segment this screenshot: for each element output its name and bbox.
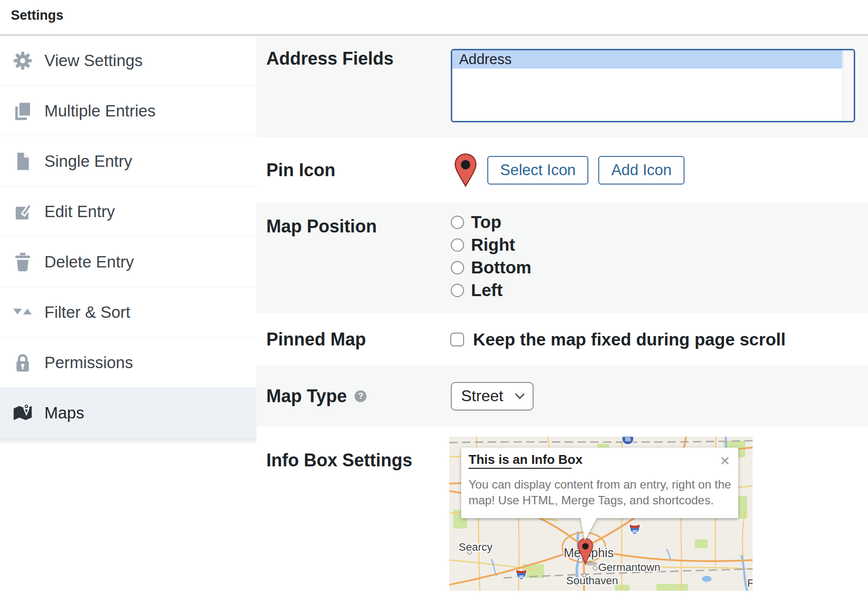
page-icon [13, 151, 33, 171]
radio-option-right[interactable]: Right [451, 233, 531, 256]
radio-option-left[interactable]: Left [451, 279, 531, 302]
map-position-label: Map Position [266, 216, 377, 237]
map-position-radio-group: Top Right Bottom Left [451, 211, 531, 302]
map-position-row: Map Position Top Right Bottom Left [256, 203, 868, 313]
stacked-pages-icon [13, 101, 33, 121]
svg-text:40: 40 [632, 529, 638, 534]
settings-content: Address Fields Address Pin Icon Select I… [256, 36, 868, 605]
listbox-option-label: Address [459, 51, 511, 68]
sidebar-bottom-shadow [0, 438, 256, 444]
pinned-map-row: Pinned Map Keep the map fixed during pag… [256, 313, 868, 366]
sidebar-item-single-entry[interactable]: Single Entry [0, 136, 256, 187]
interstate-shield-top-icon: 55 [622, 437, 634, 445]
trash-icon [13, 252, 33, 272]
gear-icon [13, 51, 33, 71]
radio-option-top[interactable]: Top [451, 211, 531, 233]
address-fields-listbox[interactable]: Address [451, 49, 855, 122]
place-label-germantown: Germantown [598, 561, 660, 573]
map-type-row: Map Type ? Street [256, 366, 868, 426]
map-preview[interactable]: 40 40 55 Searcy Memphis Germantown South… [449, 437, 753, 591]
map-canvas[interactable]: 40 40 55 Searcy Memphis Germantown South… [449, 437, 753, 591]
map-type-select[interactable]: Street [451, 382, 534, 411]
sidebar-item-label: View Settings [44, 51, 143, 70]
sidebar-item-label: Filter & Sort [44, 303, 130, 322]
sidebar-item-filter-sort[interactable]: Filter & Sort [0, 287, 256, 338]
help-icon[interactable]: ? [355, 390, 366, 402]
place-label-southaven: Southaven [566, 574, 618, 587]
settings-sidebar: View Settings Multiple Entries Single En… [0, 36, 256, 438]
chevron-down-icon [515, 389, 525, 399]
address-fields-row: Address Fields Address [256, 36, 868, 138]
listbox-option-address[interactable]: Address [452, 50, 842, 69]
radio-option-bottom[interactable]: Bottom [451, 256, 531, 279]
sidebar-item-label: Maps [44, 404, 84, 422]
map-pin-icon [13, 403, 33, 423]
info-box-settings-row: Info Box Settings [256, 426, 868, 605]
select-icon-button[interactable]: Select Icon [487, 156, 588, 185]
info-box-body-line1: You can display content from an entry, r… [469, 478, 731, 491]
pin-icon-label: Pin Icon [266, 160, 335, 181]
pin-icon-row: Pin Icon Select Icon Add Icon [256, 138, 868, 203]
sidebar-item-delete-entry[interactable]: Delete Entry [0, 237, 256, 287]
info-box-title: This is an Info Box [469, 452, 583, 467]
edit-pencil-icon [13, 202, 33, 222]
radio-button[interactable] [451, 238, 464, 252]
pinned-map-checkbox[interactable] [450, 333, 464, 346]
svg-text:40: 40 [519, 574, 524, 579]
sort-triangles-icon [13, 302, 33, 322]
sidebar-item-label: Delete Entry [44, 253, 134, 271]
radio-button[interactable] [451, 284, 464, 297]
radio-button[interactable] [451, 261, 464, 274]
info-box-body-line2: map! Use HTML, Merge Tags, and shortcode… [469, 493, 714, 507]
lock-icon [13, 353, 33, 373]
sidebar-item-permissions[interactable]: Permissions [0, 338, 256, 388]
place-label-edge: F [747, 577, 753, 589]
settings-header: Settings [0, 0, 868, 36]
sidebar-item-label: Multiple Entries [44, 102, 156, 120]
listbox-scrollbar[interactable] [843, 50, 854, 121]
sidebar-item-multiple-entries[interactable]: Multiple Entries [0, 86, 256, 136]
address-fields-label: Address Fields [266, 48, 394, 69]
info-box-settings-label: Info Box Settings [266, 450, 412, 471]
sidebar-item-view-settings[interactable]: View Settings [0, 36, 256, 86]
sidebar-item-maps[interactable]: Maps [0, 388, 256, 438]
place-label-searcy: Searcy [459, 541, 492, 553]
sidebar-item-label: Edit Entry [44, 202, 115, 221]
map-type-label: Map Type [266, 386, 347, 407]
pinned-map-checkbox-row[interactable]: Keep the map fixed during page scroll [450, 330, 786, 349]
svg-text:55: 55 [625, 437, 631, 442]
sidebar-item-label: Permissions [44, 353, 133, 372]
sidebar-item-edit-entry[interactable]: Edit Entry [0, 187, 256, 237]
map-pin-marker-icon [454, 153, 477, 188]
close-icon[interactable]: ✕ [720, 454, 730, 468]
pinned-map-label: Pinned Map [266, 329, 366, 350]
radio-button[interactable] [451, 216, 464, 229]
page-title: Settings [11, 8, 64, 23]
sidebar-item-label: Single Entry [44, 152, 132, 171]
add-icon-button[interactable]: Add Icon [598, 156, 684, 185]
